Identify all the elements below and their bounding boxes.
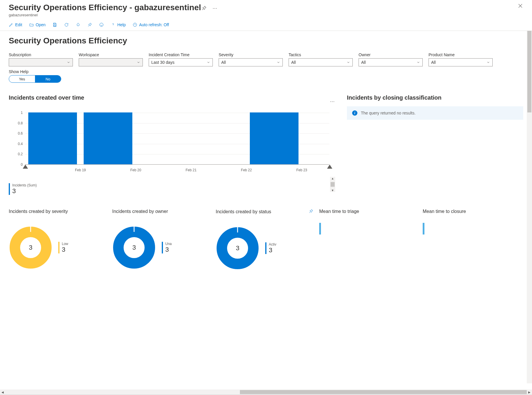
- owner-card-title: Incidents created by owner: [112, 209, 213, 214]
- status-donut: 3: [216, 226, 259, 270]
- severity-legend-value: 3: [62, 246, 68, 253]
- more-icon[interactable]: ⋯: [212, 5, 218, 11]
- owner-legend-label: Una: [165, 242, 172, 246]
- owner-legend-value: 3: [165, 246, 172, 253]
- chart-more-icon[interactable]: ⋯: [330, 99, 335, 104]
- edit-button[interactable]: Edit: [9, 22, 22, 27]
- product-value: All: [431, 60, 436, 65]
- legend-value: 3: [12, 187, 335, 195]
- info-icon: i: [352, 110, 357, 116]
- workspace-dropdown[interactable]: [79, 58, 143, 66]
- severity-center-value: 3: [29, 244, 32, 251]
- svg-point-0: [100, 23, 103, 27]
- product-label: Product Name: [429, 52, 493, 57]
- range-handle-left[interactable]: [23, 165, 28, 169]
- status-pin-icon[interactable]: [309, 209, 313, 215]
- close-icon[interactable]: [517, 3, 523, 9]
- owner-value: All: [361, 60, 366, 65]
- share-icon[interactable]: [76, 22, 80, 27]
- severity-donut: 3: [9, 226, 52, 269]
- by-closing-title: Incidents by closing classification: [347, 94, 523, 101]
- product-dropdown[interactable]: All: [429, 58, 493, 66]
- toolbar: Edit Open Help Auto refresh: Off: [0, 17, 532, 31]
- no-results-message: i The query returned no results.: [347, 106, 523, 120]
- severity-card-title: Incidents created by severity: [9, 209, 109, 214]
- triage-card-title: Mean time to triage: [319, 209, 420, 214]
- show-help-toggle[interactable]: Yes No: [9, 75, 61, 83]
- subscription-dropdown[interactable]: [9, 58, 73, 66]
- incident-time-value: Last 30 days: [151, 60, 174, 65]
- tactics-label: Tactics: [289, 52, 353, 57]
- horizontal-scrollbar[interactable]: ◀ ▶: [0, 389, 532, 395]
- subscription-label: Subscription: [9, 52, 73, 57]
- severity-dropdown[interactable]: All: [219, 58, 283, 66]
- severity-label: Severity: [219, 52, 283, 57]
- vertical-scrollbar[interactable]: [527, 31, 532, 383]
- feedback-icon[interactable]: [99, 22, 104, 27]
- range-handle-right[interactable]: [327, 165, 332, 169]
- severity-value: All: [221, 60, 226, 65]
- incidents-over-time-chart: ⋯ 00.20.40.60.81 Feb 19Feb 20Feb 21Feb 2…: [9, 106, 335, 182]
- show-help-no[interactable]: No: [35, 75, 61, 82]
- save-icon[interactable]: [52, 22, 57, 27]
- status-legend-label: Activ: [269, 242, 276, 246]
- open-label: Open: [36, 22, 45, 27]
- auto-refresh-label: Auto refresh: Off: [139, 22, 169, 27]
- bar-feb-23: [250, 112, 299, 164]
- chart-scrollbar[interactable]: ▲▼: [330, 177, 335, 192]
- tactics-dropdown[interactable]: All: [289, 58, 353, 66]
- owner-label: Owner: [359, 52, 423, 57]
- status-center-value: 3: [236, 244, 239, 252]
- auto-refresh-button[interactable]: Auto refresh: Off: [133, 22, 169, 27]
- status-legend-value: 3: [269, 246, 276, 254]
- open-button[interactable]: Open: [29, 22, 45, 27]
- tactics-value: All: [291, 60, 296, 65]
- refresh-icon[interactable]: [64, 22, 69, 27]
- incident-time-dropdown[interactable]: Last 30 days: [149, 58, 213, 66]
- closure-bar: [423, 223, 424, 234]
- triage-bar: [319, 223, 321, 234]
- bar-feb-19: [28, 112, 77, 164]
- pin-toolbar-icon[interactable]: [87, 22, 92, 27]
- pin-icon[interactable]: [201, 5, 207, 11]
- severity-legend-label: Low: [62, 242, 68, 246]
- show-help-yes[interactable]: Yes: [9, 75, 35, 82]
- help-label: Help: [117, 22, 126, 27]
- show-help-label: Show Help: [9, 69, 523, 74]
- workbook-title: Security Operations Efficiency: [9, 36, 523, 45]
- over-time-title: Incidents created over time: [9, 94, 335, 101]
- help-button[interactable]: Help: [111, 22, 126, 27]
- bar-feb-20: [84, 112, 132, 164]
- page-subtitle: gabazuresentinel: [9, 13, 201, 17]
- no-results-text: The query returned no results.: [361, 111, 416, 115]
- owner-dropdown[interactable]: All: [359, 58, 423, 66]
- owner-donut: 3: [112, 226, 156, 269]
- owner-center-value: 3: [132, 244, 136, 251]
- closure-card-title: Mean time to closure: [423, 209, 523, 214]
- edit-label: Edit: [15, 22, 22, 27]
- status-card-title: Incidents created by status: [216, 209, 271, 214]
- legend-label: Incidents (Sum): [12, 183, 335, 187]
- workspace-label: Workspace: [79, 52, 143, 57]
- page-title: Security Operations Efficiency - gabazur…: [9, 3, 201, 12]
- incident-time-label: Incident Creation Time: [149, 52, 213, 57]
